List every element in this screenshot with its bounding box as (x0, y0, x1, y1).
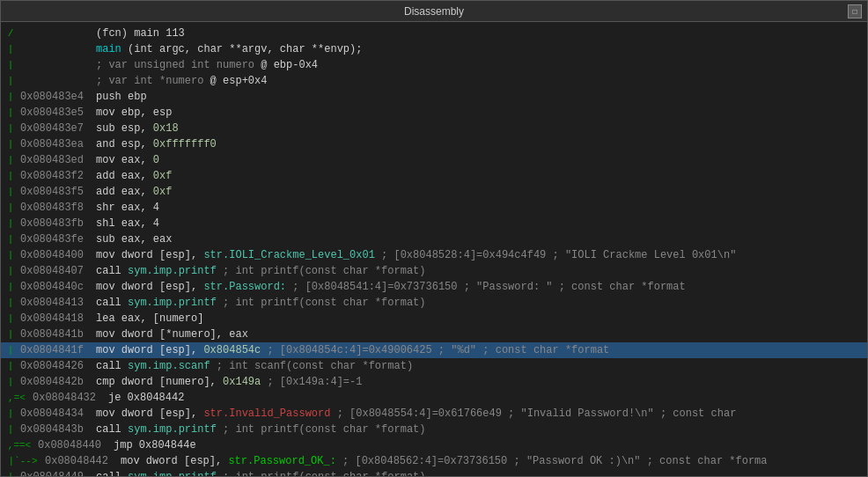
table-row[interactable]: /(fcn) main 113 (1, 26, 867, 41)
table-row[interactable]: |0x080483f2add eax, 0xf (1, 168, 867, 184)
gutter-symbol: | (4, 168, 17, 184)
table-row[interactable]: |0x080483e5mov ebp, esp (1, 105, 867, 121)
table-row[interactable]: ,=<0x08048432je 0x8048442 (1, 390, 867, 406)
instruction: mov dword [esp], 0x804854c ; [0x804854c:… (96, 342, 864, 358)
instruction: mov dword [*numero], eax (96, 327, 864, 342)
gutter-symbol: | (4, 41, 17, 57)
table-row[interactable]: |0x080483e7sub esp, 0x18 (1, 121, 867, 136)
address: 0x080483f8 (17, 200, 96, 216)
gutter-symbol: | (4, 200, 17, 216)
title-bar: Disassembly ☐ (1, 1, 867, 22)
gutter-symbol: | (4, 327, 17, 342)
table-row[interactable]: |0x08048449call sym.imp.printf ; int pri… (1, 469, 867, 476)
disassembly-window: Disassembly ☐ /(fcn) main 113| main (int… (0, 0, 868, 477)
instruction: mov dword [esp], str.Password_OK_: ; [0x… (121, 453, 864, 469)
table-row[interactable]: |; var int *numero @ esp+0x4 (1, 73, 867, 89)
address: 0x080483ed (17, 152, 96, 168)
table-row[interactable]: |0x08048400mov dword [esp], str.IOLI_Cra… (1, 247, 867, 263)
gutter-symbol: | (4, 73, 17, 89)
table-row[interactable]: ,==<0x08048440jmp 0x804844e (1, 437, 867, 453)
table-row[interactable]: |0x080483f5add eax, 0xf (1, 184, 867, 200)
gutter-symbol: | (4, 136, 17, 152)
gutter-symbol: | (4, 374, 17, 390)
address: 0x0804841f (17, 342, 96, 358)
instruction: sub esp, 0x18 (96, 121, 864, 136)
gutter-symbol: ,=< (4, 390, 29, 406)
instruction: mov eax, 0 (96, 152, 864, 168)
instruction: main (int argc, char **argv, char **envp… (96, 41, 864, 57)
gutter-symbol: | (4, 121, 17, 136)
address: 0x08048434 (17, 406, 96, 422)
address: 0x0804841b (17, 327, 96, 342)
address: 0x080483e5 (17, 105, 96, 121)
table-row[interactable]: |0x08048418lea eax, [numero] (1, 311, 867, 327)
instruction: mov dword [esp], str.Password: ; [0x8048… (96, 279, 864, 295)
gutter-symbol: | (4, 231, 17, 247)
table-row[interactable]: |0x080483fesub eax, eax (1, 231, 867, 247)
table-row[interactable]: |0x08048434mov dword [esp], str.Invalid_… (1, 406, 867, 422)
instruction: cmp dword [numero], 0x149a ; [0x149a:4]=… (96, 374, 864, 390)
table-row[interactable]: |0x0804843bcall sym.imp.printf ; int pri… (1, 422, 867, 437)
address: 0x08048407 (17, 263, 96, 279)
instruction: mov ebp, esp (96, 105, 864, 121)
gutter-symbol: | (4, 358, 17, 374)
gutter-symbol: | (4, 216, 17, 231)
gutter-symbol: | (4, 422, 17, 437)
address: 0x080483e7 (17, 121, 96, 136)
table-row[interactable]: |; var unsigned int numero @ ebp-0x4 (1, 57, 867, 73)
instruction: lea eax, [numero] (96, 311, 864, 327)
address: 0x0804840c (17, 279, 96, 295)
maximize-button[interactable]: ☐ (848, 4, 862, 18)
instruction: call sym.imp.printf ; int printf(const c… (96, 295, 864, 311)
gutter-symbol: | (4, 247, 17, 263)
table-row[interactable]: |0x08048407call sym.imp.printf ; int pri… (1, 263, 867, 279)
table-row[interactable]: |0x08048426call sym.imp.scanf ; int scan… (1, 358, 867, 374)
instruction: call sym.imp.printf ; int printf(const c… (96, 263, 864, 279)
gutter-symbol: / (4, 26, 17, 41)
instruction: push ebp (96, 89, 864, 105)
table-row[interactable]: |0x0804842bcmp dword [numero], 0x149a ; … (1, 374, 867, 390)
address: 0x08048449 (17, 469, 96, 476)
table-row[interactable]: |0x080483edmov eax, 0 (1, 152, 867, 168)
gutter-symbol: | (4, 406, 17, 422)
table-row[interactable]: |0x080483f8shr eax, 4 (1, 200, 867, 216)
gutter-symbol: | (4, 57, 17, 73)
table-row[interactable]: |0x0804841fmov dword [esp], 0x804854c ; … (1, 342, 867, 358)
table-row[interactable]: |0x080483eaand esp, 0xfffffff0 (1, 136, 867, 152)
table-row[interactable]: |0x0804840cmov dword [esp], str.Password… (1, 279, 867, 295)
instruction: call sym.imp.printf ; int printf(const c… (96, 469, 864, 476)
gutter-symbol: ,==< (4, 437, 34, 453)
address: 0x08048418 (17, 311, 96, 327)
instruction: call sym.imp.printf ; int printf(const c… (96, 422, 864, 437)
disassembly-content[interactable]: /(fcn) main 113| main (int argc, char **… (1, 22, 867, 476)
instruction: shl eax, 4 (96, 216, 864, 231)
table-row[interactable]: |0x080483e4push ebp (1, 89, 867, 105)
address: 0x080483fb (17, 216, 96, 231)
table-row[interactable]: | main (int argc, char **argv, char **en… (1, 41, 867, 57)
address: 0x080483ea (17, 136, 96, 152)
table-row[interactable]: |0x08048413call sym.imp.printf ; int pri… (1, 295, 867, 311)
address: 0x080483f2 (17, 168, 96, 184)
instruction: add eax, 0xf (96, 184, 864, 200)
gutter-symbol: | (4, 105, 17, 121)
instruction: call sym.imp.scanf ; int scanf(const cha… (96, 358, 864, 374)
gutter-symbol: | (4, 89, 17, 105)
instruction: (fcn) main 113 (96, 26, 864, 41)
address: 0x080483f5 (17, 184, 96, 200)
window-title: Disassembly (20, 5, 848, 18)
instruction: ; var int *numero @ esp+0x4 (96, 73, 864, 89)
table-row[interactable]: |0x080483fbshl eax, 4 (1, 216, 867, 231)
gutter-symbol: |`--> (4, 453, 41, 469)
address: 0x08048440 (34, 437, 114, 453)
address: 0x080483fe (17, 231, 96, 247)
table-row[interactable]: |0x0804841bmov dword [*numero], eax (1, 327, 867, 342)
instruction: and esp, 0xfffffff0 (96, 136, 864, 152)
instruction: mov dword [esp], str.IOLI_Crackme_Level_… (96, 247, 864, 263)
instruction: add eax, 0xf (96, 168, 864, 184)
instruction: shr eax, 4 (96, 200, 864, 216)
gutter-symbol: | (4, 342, 17, 358)
address: 0x08048413 (17, 295, 96, 311)
instruction: mov dword [esp], str.Invalid_Password ; … (96, 406, 864, 422)
address: 0x0804842b (17, 374, 96, 390)
table-row[interactable]: |`-->0x08048442mov dword [esp], str.Pass… (1, 453, 867, 469)
